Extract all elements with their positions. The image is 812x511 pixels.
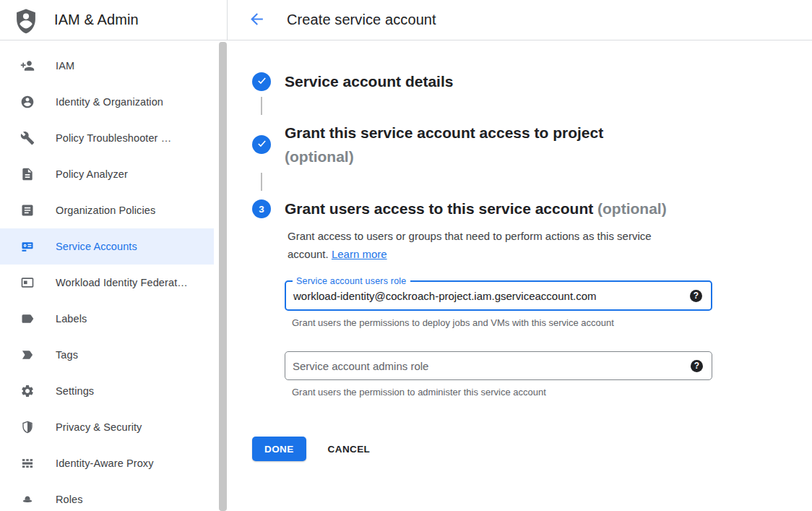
sidebar-item-label: Privacy & Security [56, 421, 142, 433]
sidebar: IAM Identity & Organization Policy Troub… [0, 41, 228, 511]
admins-role-helper-text: Grant users the permission to administer… [292, 387, 812, 398]
header: IAM & Admin Create service account [0, 0, 812, 40]
step2-title: Grant this service account access to pro… [285, 124, 603, 141]
sidebar-item-service-accounts[interactable]: Service Accounts [0, 228, 214, 265]
person-add-icon [20, 59, 35, 73]
arrow-back-icon [248, 10, 266, 30]
product-header: IAM & Admin [0, 0, 228, 40]
users-role-field-label: Service account users role [293, 275, 410, 287]
step2-optional-label: (optional) [285, 148, 354, 165]
back-button[interactable] [247, 11, 266, 30]
gear-icon [20, 384, 35, 398]
step3-content: Grant access to users or groups that nee… [285, 227, 812, 398]
policy-analyzer-icon [20, 167, 35, 181]
sidebar-item-settings[interactable]: Settings [0, 373, 214, 409]
wrench-icon [20, 131, 35, 145]
cancel-button[interactable]: CANCEL [328, 444, 371, 455]
step3-optional-label: (optional) [597, 200, 667, 217]
sidebar-item-label: Policy Troubleshooter … [56, 132, 171, 144]
page-header: Create service account [228, 0, 812, 40]
sidebar-item-label: Tags [56, 349, 78, 361]
sidebar-item-label: Labels [56, 313, 87, 325]
sidebar-item-label: Identity-Aware Proxy [56, 458, 154, 469]
shield-icon [20, 420, 35, 434]
check-icon [256, 138, 267, 152]
sidebar-item-policy-troubleshooter[interactable]: Policy Troubleshooter … [0, 120, 214, 156]
sidebar-item-identity-aware-proxy[interactable]: Identity-Aware Proxy [0, 445, 214, 481]
step-service-account-details[interactable]: Service account details [252, 71, 812, 93]
users-role-input[interactable] [286, 290, 690, 302]
sidebar-scrollbar[interactable] [219, 42, 228, 511]
sidebar-item-workload-identity-federation[interactable]: Workload Identity Federat… [0, 265, 214, 301]
sidebar-item-label: Policy Analyzer [56, 168, 128, 180]
roles-hat-icon [20, 492, 35, 507]
done-button[interactable]: DONE [252, 437, 306, 461]
iam-admin-shield-logo-icon [12, 6, 39, 35]
stepper-connector [261, 173, 262, 191]
sidebar-item-label: Identity & Organization [56, 96, 163, 108]
learn-more-link[interactable]: Learn more [332, 248, 387, 260]
sidebar-item-iam[interactable]: IAM [0, 48, 214, 84]
help-icon[interactable] [691, 360, 703, 372]
step1-completed-badge [252, 72, 271, 91]
sidebar-item-policy-analyzer[interactable]: Policy Analyzer [0, 156, 214, 192]
sidebar-item-labels[interactable]: Labels [0, 301, 214, 337]
tag-arrow-icon [20, 348, 35, 362]
step3-number-badge: 3 [252, 199, 271, 218]
step2-completed-badge [252, 135, 271, 154]
admins-role-input[interactable] [285, 360, 691, 372]
sidebar-item-label: Roles [56, 494, 83, 505]
step3-description: Grant access to users or groups that nee… [288, 227, 683, 263]
service-account-admins-role-field [285, 351, 712, 380]
stepper-connector [261, 97, 262, 115]
step1-title: Service account details [285, 71, 453, 93]
sidebar-item-label: Settings [56, 385, 94, 397]
identity-aware-proxy-icon [20, 456, 35, 471]
page-title: Create service account [287, 12, 436, 28]
label-icon [20, 312, 35, 326]
article-icon [20, 203, 35, 218]
account-circle-icon [20, 95, 35, 109]
sidebar-item-label: Workload Identity Federat… [56, 277, 188, 288]
help-icon[interactable] [690, 290, 702, 302]
step3-number: 3 [259, 204, 264, 215]
sidebar-item-label: IAM [56, 60, 74, 72]
service-account-icon [20, 239, 35, 254]
form-actions: DONE CANCEL [252, 437, 812, 461]
sidebar-item-organization-policies[interactable]: Organization Policies [0, 192, 214, 228]
gcp-console-window: IAM & Admin Create service account IAM I… [0, 0, 812, 511]
sidebar-item-privacy-security[interactable]: Privacy & Security [0, 409, 214, 445]
step-grant-access-to-project[interactable]: Grant this service account access to pro… [252, 121, 812, 168]
users-role-helper-text: Grant users the permissions to deploy jo… [292, 317, 812, 329]
membership-card-icon [20, 275, 35, 290]
sidebar-item-label: Service Accounts [56, 241, 137, 252]
create-service-account-panel: Service account details Grant this servi… [228, 41, 812, 511]
step-grant-users-access[interactable]: 3 Grant users access to this service acc… [252, 197, 812, 221]
check-icon [256, 75, 267, 89]
scrollbar-thumb[interactable] [219, 42, 227, 511]
sidebar-item-identity-organization[interactable]: Identity & Organization [0, 84, 214, 120]
step3-title: Grant users access to this service accou… [285, 200, 593, 217]
product-title: IAM & Admin [54, 12, 139, 28]
sidebar-item-roles[interactable]: Roles [0, 481, 214, 511]
sidebar-item-label: Organization Policies [56, 205, 155, 216]
service-account-users-role-field: Service account users role [285, 280, 712, 311]
sidebar-item-tags[interactable]: Tags [0, 337, 214, 373]
